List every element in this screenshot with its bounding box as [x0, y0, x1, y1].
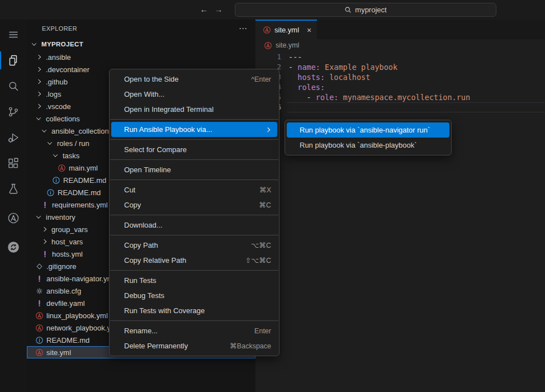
context-menu: Open to the Side^EnterOpen With...Open i…: [109, 69, 279, 356]
search-value: myproject: [355, 6, 386, 14]
tree-item-label: roles / run: [57, 139, 89, 148]
tab-bar: site.yml ×: [255, 20, 545, 39]
tree-item-label: .gitignore: [46, 262, 76, 271]
menu-item-label: Copy Relative Path: [124, 256, 186, 265]
chevron-down-icon: [36, 115, 41, 120]
menu-item-copy-relative-path[interactable]: Copy Relative Path⇧⌥⌘C: [111, 253, 277, 268]
code-line-2[interactable]: 2- name: Example playbook: [255, 62, 545, 72]
sidebar-header: EXPLORER ⋯: [27, 20, 255, 37]
tree-item-label: .logs: [46, 90, 61, 98]
tree-item-label: .devcontainer: [46, 65, 89, 74]
menu-item-label: Open in Integrated Terminal: [124, 105, 214, 114]
menu-item-open-with[interactable]: Open With...: [111, 87, 277, 102]
line-content: - name: Example playbook: [281, 62, 397, 72]
search-icon: [344, 6, 352, 13]
menu-item-cut[interactable]: Cut⌘X: [111, 182, 277, 197]
tree-item-label: .github: [46, 78, 68, 86]
code-line-6[interactable]: 6: [255, 102, 545, 112]
menu-item-label: Run Tests: [124, 276, 157, 285]
breadcrumb-label: site.yml: [276, 41, 299, 49]
menu-separator: [110, 235, 278, 235]
sync-icon[interactable]: [0, 234, 27, 260]
ansible-file-icon: [35, 323, 44, 332]
more-actions-button[interactable]: ⋯: [239, 23, 248, 34]
yaml-file-icon: [35, 299, 44, 308]
line-number: 1: [255, 52, 281, 62]
menu-item-run-ansible-playbook-via[interactable]: Run Ansible Playbook via...: [111, 122, 277, 137]
chevron-down-icon: [32, 41, 36, 45]
menu-separator: [110, 270, 278, 271]
menu-item-select-for-compare[interactable]: Select for Compare: [111, 142, 277, 157]
menu-item-debug-tests[interactable]: Debug Tests: [111, 288, 277, 303]
line-content: - role: mynamespace.mycollection.run: [281, 92, 470, 102]
breadcrumb[interactable]: site.yml: [255, 39, 545, 51]
menu-item-label: Debug Tests: [124, 291, 164, 300]
history-forward-button[interactable]: →: [213, 4, 224, 14]
menu-item-run-tests[interactable]: Run Tests: [111, 273, 277, 288]
menu-item-delete-permanently[interactable]: Delete Permanently⌘Backspace: [111, 338, 277, 353]
menu-item-open-in-integrated-terminal[interactable]: Open in Integrated Terminal: [111, 102, 277, 117]
code-editor[interactable]: 1---2- name: Example playbook3 hosts: lo…: [255, 51, 545, 112]
menu-item-open-timeline[interactable]: Open Timeline: [111, 162, 277, 177]
tree-item-label: collections: [46, 115, 80, 123]
history-back-button[interactable]: ←: [198, 4, 210, 14]
code-line-3[interactable]: 3 hosts: localhost: [255, 72, 545, 82]
git-file-icon: [35, 262, 44, 271]
line-content: roles:: [281, 82, 325, 92]
menu-item-run-tests-with-coverage[interactable]: Run Tests with Coverage: [111, 303, 277, 318]
tree-item-label: devfile.yaml: [46, 299, 85, 308]
menu-item-shortcut: ⌘Backspace: [216, 342, 271, 350]
info-file-icon: [46, 188, 55, 197]
menu-item-copy-path[interactable]: Copy Path⌥⌘C: [111, 238, 277, 253]
menu-separator: [110, 139, 278, 140]
search-icon[interactable]: [0, 73, 27, 99]
menu-item-label: Run playbook via `ansible-navigator run`: [300, 126, 430, 134]
ansible-file-icon: [262, 26, 271, 35]
menu-item-label: Run Tests with Coverage: [124, 306, 205, 315]
extensions-icon[interactable]: [0, 150, 27, 176]
sidebar-title: EXPLORER: [42, 25, 77, 32]
tree-item-label: group_vars: [51, 225, 88, 234]
code-line-1[interactable]: 1---: [255, 52, 545, 62]
ansible-icon[interactable]: [0, 205, 27, 231]
tab-site-yml[interactable]: site.yml ×: [255, 20, 317, 39]
menu-item-label: Run playbook via `ansible-playbook`: [300, 141, 417, 149]
editor-area: site.yml × site.yml 1---2- name: Example…: [255, 20, 545, 392]
info-file-icon: [35, 336, 44, 344]
menu-separator: [110, 119, 278, 120]
menu-item-open-to-the-side[interactable]: Open to the Side^Enter: [111, 72, 277, 87]
tree-item-label: main.yml: [69, 164, 98, 172]
explorer-icon[interactable]: [0, 48, 27, 73]
menu-item-copy[interactable]: Copy⌘C: [111, 197, 277, 212]
menu-item-rename[interactable]: Rename...Enter: [111, 323, 277, 338]
tree-item-label: ansible.cfg: [46, 287, 81, 295]
testing-icon[interactable]: [0, 176, 27, 202]
menu-item-run-playbook-via-ansible-navigator-run[interactable]: Run playbook via `ansible-navigator run`: [287, 122, 449, 138]
menu-separator: [110, 215, 278, 215]
code-line-4[interactable]: 4 roles:: [255, 82, 545, 92]
command-center-search[interactable]: myproject: [235, 3, 496, 17]
close-tab-button[interactable]: ×: [307, 26, 311, 35]
menu-item-run-playbook-via-ansible-playbook[interactable]: Run playbook via `ansible-playbook`: [287, 138, 449, 153]
tree-item-label: site.yml: [46, 348, 71, 357]
tree-item-label: README.md: [46, 336, 89, 344]
ansible-file-icon: [57, 163, 66, 172]
chevron-down-icon: [42, 127, 46, 132]
menu-item-label: Rename...: [124, 327, 158, 335]
menu-item-label: Copy Path: [124, 241, 158, 249]
tree-item-ansible[interactable]: .ansible: [27, 51, 255, 63]
run-debug-icon[interactable]: [0, 125, 27, 150]
chevron-right-icon: [36, 92, 41, 96]
submenu-chevron-icon: [266, 127, 270, 131]
menu-item-download[interactable]: Download...: [111, 218, 277, 233]
menu-icon[interactable]: [0, 22, 27, 48]
tree-root-myproject[interactable]: MYPROJECT: [27, 37, 255, 51]
chevron-down-icon: [53, 152, 58, 157]
tree-item-label: .vscode: [46, 102, 71, 111]
source-control-icon[interactable]: [0, 99, 27, 125]
menu-item-label: Run Ansible Playbook via...: [124, 125, 212, 134]
tree-item-label: README.md: [63, 176, 106, 185]
menu-item-shortcut: Enter: [241, 327, 271, 335]
chevron-right-icon: [36, 67, 41, 72]
code-line-5[interactable]: 5 - role: mynamespace.mycollection.run: [255, 92, 545, 102]
